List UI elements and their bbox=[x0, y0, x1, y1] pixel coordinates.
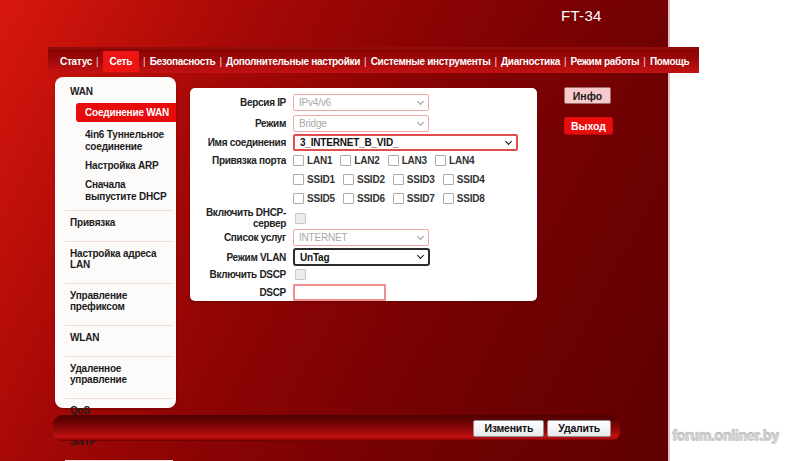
nav-tab-network[interactable]: Сеть bbox=[103, 51, 140, 72]
sidebar-item-prefix-management[interactable]: Управление префиксом bbox=[55, 284, 176, 318]
top-navigation: Статус | Сеть | Безопасность | Дополните… bbox=[48, 47, 699, 73]
port-binding-label: Привязка порта bbox=[190, 155, 293, 166]
chevron-down-icon bbox=[417, 252, 424, 259]
nav-separator: | bbox=[96, 56, 99, 67]
checkbox-ssid1[interactable]: SSID1 bbox=[293, 174, 335, 185]
sidebar-item-binding[interactable]: Привязка bbox=[55, 211, 176, 234]
nav-separator: | bbox=[143, 56, 146, 67]
connection-name-label: Имя соединения bbox=[190, 137, 293, 148]
sidebar-item-4in6-tunnel[interactable]: 4in6 Туннельное соединение bbox=[55, 122, 176, 153]
sidebar-item-arp-settings[interactable]: Настройка ARP bbox=[55, 153, 176, 172]
chevron-down-icon bbox=[417, 97, 424, 104]
chevron-down-icon bbox=[417, 232, 424, 239]
router-admin-page: FT-34 Статус | Сеть | Безопасность | Доп… bbox=[0, 0, 670, 461]
chevron-down-icon bbox=[505, 137, 512, 144]
wan-connection-form: Версия IP IPv4/v6 Режим Bridge Имя соеди… bbox=[190, 88, 537, 301]
checkbox-ssid7-box bbox=[393, 193, 404, 204]
checkbox-lan4-label: LAN4 bbox=[449, 155, 474, 166]
nav-separator: | bbox=[494, 56, 497, 67]
nav-tab-status[interactable]: Статус bbox=[60, 56, 92, 67]
checkbox-ssid1-label: SSID1 bbox=[307, 174, 335, 185]
dhcp-server-checkbox[interactable] bbox=[295, 213, 306, 224]
nav-tab-security[interactable]: Безопасность bbox=[150, 56, 216, 67]
forum-watermark: forum.onliner.by bbox=[672, 428, 798, 444]
checkbox-lan2[interactable]: LAN2 bbox=[340, 155, 379, 166]
checkbox-ssid3-box bbox=[393, 174, 404, 185]
checkbox-ssid6-box bbox=[343, 193, 354, 204]
checkbox-ssid5[interactable]: SSID5 bbox=[293, 193, 335, 204]
sidebar-item-dhcp-release-first[interactable]: Сначала выпустите DHCP bbox=[55, 172, 176, 203]
checkbox-lan2-label: LAN2 bbox=[354, 155, 379, 166]
device-model-title: FT-34 bbox=[561, 7, 602, 24]
dscp-input[interactable] bbox=[293, 284, 386, 301]
ip-version-select[interactable]: IPv4/v6 bbox=[293, 94, 429, 111]
ip-version-label: Версия IP bbox=[190, 97, 293, 108]
nav-tab-operation-mode[interactable]: Режим работы bbox=[571, 56, 640, 67]
info-button[interactable]: Инфо bbox=[564, 87, 611, 104]
checkbox-ssid7-label: SSID7 bbox=[407, 193, 435, 204]
nav-separator: | bbox=[643, 56, 646, 67]
dscp-enable-label: Включить DSCP bbox=[190, 269, 293, 280]
checkbox-lan3[interactable]: LAN3 bbox=[388, 155, 427, 166]
sidebar-menu: WAN Соединение WAN 4in6 Туннельное соеди… bbox=[55, 77, 176, 408]
checkbox-ssid8-box bbox=[443, 193, 454, 204]
modify-button[interactable]: Изменить bbox=[473, 420, 544, 437]
nav-tab-advanced-settings[interactable]: Дополнительные настройки bbox=[226, 56, 360, 67]
checkbox-ssid2[interactable]: SSID2 bbox=[343, 174, 385, 185]
checkbox-ssid5-label: SSID5 bbox=[307, 193, 335, 204]
vlan-mode-label: Режим VLAN bbox=[190, 252, 293, 263]
dhcp-server-label: Включить DHCP-сервер bbox=[190, 207, 293, 229]
service-list-value: INTERNET bbox=[299, 232, 347, 243]
checkbox-lan3-label: LAN3 bbox=[402, 155, 427, 166]
checkbox-ssid6-label: SSID6 bbox=[357, 193, 385, 204]
sidebar-item-lan-address-settings[interactable]: Настройка адреса LAN bbox=[55, 242, 176, 276]
nav-tab-diagnostics[interactable]: Диагностика bbox=[501, 56, 560, 67]
nav-tab-system-tools[interactable]: Системные инструменты bbox=[371, 56, 491, 67]
dscp-label: DSCP bbox=[190, 287, 293, 298]
delete-button[interactable]: Удалить bbox=[547, 420, 611, 437]
checkbox-ssid3[interactable]: SSID3 bbox=[393, 174, 435, 185]
nav-tab-help[interactable]: Помощь bbox=[650, 56, 689, 67]
checkbox-ssid7[interactable]: SSID7 bbox=[393, 193, 435, 204]
checkbox-ssid3-label: SSID3 bbox=[407, 174, 435, 185]
vlan-mode-value: UnTag bbox=[300, 252, 329, 263]
vlan-mode-select[interactable]: UnTag bbox=[293, 248, 430, 266]
checkbox-ssid8[interactable]: SSID8 bbox=[443, 193, 485, 204]
checkbox-ssid4-label: SSID4 bbox=[457, 174, 485, 185]
checkbox-lan3-box bbox=[388, 155, 399, 166]
checkbox-lan2-box bbox=[340, 155, 351, 166]
connection-name-select[interactable]: 3_INTERNET_B_VID_ bbox=[293, 134, 518, 151]
checkbox-lan1-box bbox=[293, 155, 304, 166]
checkbox-lan4[interactable]: LAN4 bbox=[435, 155, 474, 166]
checkbox-ssid5-box bbox=[293, 193, 304, 204]
ip-version-value: IPv4/v6 bbox=[299, 97, 331, 108]
sidebar-group-wan[interactable]: WAN bbox=[55, 84, 176, 103]
service-list-select[interactable]: INTERNET bbox=[293, 229, 429, 246]
mode-select[interactable]: Bridge bbox=[293, 115, 429, 132]
nav-separator: | bbox=[219, 56, 222, 67]
checkbox-ssid2-box bbox=[343, 174, 354, 185]
checkbox-ssid4[interactable]: SSID4 bbox=[443, 174, 485, 185]
checkbox-ssid2-label: SSID2 bbox=[357, 174, 385, 185]
dscp-enable-checkbox[interactable] bbox=[295, 269, 306, 280]
checkbox-ssid6[interactable]: SSID6 bbox=[343, 193, 385, 204]
checkbox-ssid4-box bbox=[443, 174, 454, 185]
connection-name-value: 3_INTERNET_B_VID_ bbox=[300, 137, 398, 148]
nav-separator: | bbox=[364, 56, 367, 67]
mode-value: Bridge bbox=[299, 118, 327, 129]
checkbox-ssid8-label: SSID8 bbox=[457, 193, 485, 204]
checkbox-lan1-label: LAN1 bbox=[307, 155, 332, 166]
sidebar-item-remote-management[interactable]: Удаленное управление bbox=[55, 357, 176, 391]
sidebar-item-wan-connection[interactable]: Соединение WAN bbox=[76, 103, 176, 122]
bottom-action-bar: Изменить Удалить bbox=[53, 415, 620, 441]
nav-separator: | bbox=[564, 56, 567, 67]
sidebar-item-wlan[interactable]: WLAN bbox=[55, 326, 176, 349]
logout-button[interactable]: Выход bbox=[564, 117, 613, 135]
mode-label: Режим bbox=[190, 118, 293, 129]
service-list-label: Список услуг bbox=[190, 232, 293, 243]
checkbox-lan4-box bbox=[435, 155, 446, 166]
checkbox-ssid1-box bbox=[293, 174, 304, 185]
chevron-down-icon bbox=[417, 118, 424, 125]
checkbox-lan1[interactable]: LAN1 bbox=[293, 155, 332, 166]
